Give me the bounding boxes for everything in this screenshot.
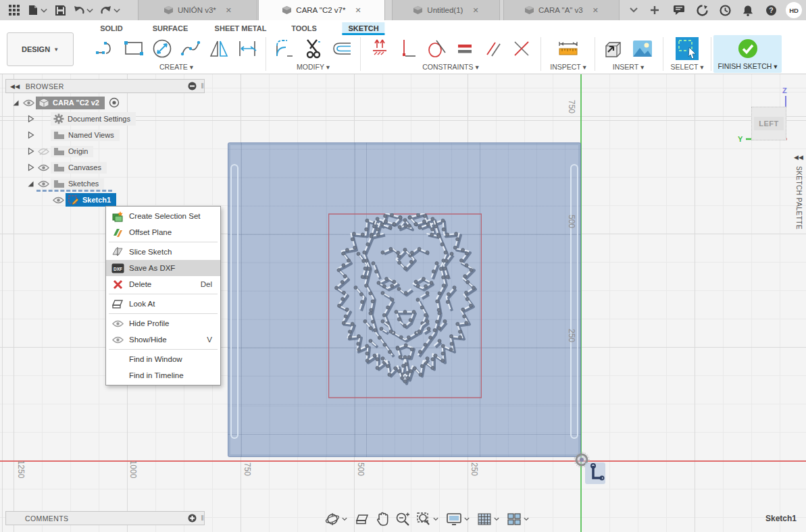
browser-row-pill[interactable]: Origin [51,146,93,157]
file-new-icon[interactable] [24,1,42,19]
help-icon[interactable]: ? [762,1,780,19]
ribbon-group-label[interactable]: CREATE ▾ [89,63,264,71]
offset-tool-icon[interactable] [330,36,354,61]
nav-viewports-icon[interactable] [505,511,532,527]
notifications-icon[interactable] [739,1,757,19]
plus-icon[interactable] [646,1,663,19]
tri-collapsed-icon[interactable] [28,163,34,171]
tri-collapsed-icon[interactable] [28,115,34,123]
document-tab[interactable]: Untitled(1)✕ [392,0,500,20]
browser-row-named-views[interactable]: Named Views [5,127,208,143]
save-icon[interactable] [51,1,69,19]
nav-pan-icon[interactable] [374,510,391,528]
rectangle-tool-icon[interactable] [122,36,146,61]
fillet-tool-icon[interactable] [273,36,297,61]
nav-display-settings-icon[interactable] [444,511,473,527]
history-icon[interactable] [716,1,734,19]
avatar[interactable]: HD [786,2,802,18]
redo-icon[interactable] [97,1,115,19]
close-icon[interactable]: ✕ [593,6,599,15]
close-icon[interactable]: ✕ [472,6,478,15]
collapse-left-icon[interactable]: ◀◀ [10,83,20,90]
browser-row-pill[interactable]: CARA "C2 v2 [36,97,105,109]
viewport-canvas[interactable]: 12501000750500250750500250 Z Y LEFT ◀◀ S… [0,74,806,532]
browser-row-cara-c2-v2[interactable]: CARA "C2 v2 [5,95,208,111]
parallel-constraint-icon[interactable] [481,36,505,61]
circle-minus-icon[interactable] [188,82,197,90]
menu-item-create-selection-set[interactable]: Create Selection Set [106,208,220,224]
menu-item-show-hide[interactable]: Show/HideV [106,331,220,348]
menu-item-delete[interactable]: DeleteDel [106,276,220,292]
eye-off-icon[interactable] [38,148,49,155]
tri-expanded-icon[interactable] [12,99,20,107]
nav-fit-icon[interactable] [414,510,442,528]
ribbon-tab-tools[interactable]: TOOLS [285,22,323,34]
browser-row-pill[interactable]: Sketches [51,178,104,190]
browser-row-pill[interactable]: Sketch1 [66,193,116,207]
eye-icon[interactable] [23,99,34,107]
close-icon[interactable]: ✕ [226,6,232,15]
document-tab[interactable]: CARA "A" v3✕ [503,0,620,20]
tri-collapsed-icon[interactable] [28,147,34,155]
comment-icon[interactable] [670,1,688,19]
finish-sketch-button[interactable]: FINISH SKETCH ▾ [713,35,782,73]
eye-icon[interactable] [53,196,64,204]
nav-look-at-nav-icon[interactable] [353,512,372,527]
close-icon[interactable]: ✕ [355,6,361,15]
ribbon-group-label[interactable]: CONSTRAINTS ▾ [363,63,538,71]
panel-grip[interactable]: ‖ [201,82,204,90]
menu-item-look-at[interactable]: Look At [106,296,220,312]
mirror-tool-icon[interactable] [207,36,231,61]
ribbon-tab-surface[interactable]: SURFACE [147,22,195,34]
panel-grip[interactable]: ‖ [201,514,204,522]
menu-item-find-in-window[interactable]: Find in Window [106,351,220,367]
ribbon-group-label[interactable]: SELECT ▾ [668,63,707,71]
coincident-constraint-icon[interactable] [368,36,392,61]
trim-tool-icon[interactable] [301,36,326,61]
workspace-selector[interactable]: DESIGN ▼ [7,32,74,66]
browser-row-document-settings[interactable]: Document Settings [5,111,208,127]
browser-panel-header[interactable]: ◀◀ BROWSER ‖ [5,79,205,93]
horizontal-vertical-constraint-icon[interactable] [396,36,420,61]
job-status-icon[interactable] [693,1,711,19]
comments-bar[interactable]: COMMENTS ‖ [5,511,205,525]
sketch-palette-tab[interactable]: ◀◀ SKETCH PALETTE [792,154,805,230]
browser-row-pill[interactable]: Canvases [51,162,107,174]
view-cube[interactable]: Z Y LEFT [736,81,797,149]
browser-row-origin[interactable]: Origin [5,143,208,159]
eye-icon[interactable] [38,180,49,188]
circle-plus-icon[interactable] [188,514,197,523]
chevron-down-icon[interactable] [625,1,643,19]
document-tab[interactable]: UNIÓN v3*✕ [138,0,257,20]
ribbon-group-label[interactable]: INSPECT ▾ [546,63,590,71]
tri-collapsed-icon[interactable] [28,131,34,139]
tri-expanded-icon[interactable] [27,180,34,188]
arc-tool-icon[interactable] [93,36,118,61]
ribbon-tab-solid[interactable]: SOLID [94,22,129,34]
menu-item-save-as-dxf[interactable]: DXFSave As DXF [106,260,220,276]
ribbon-tab-sheet-metal[interactable]: SHEET METAL [209,22,273,34]
spline-tool-icon[interactable] [178,36,203,61]
insert-mesh-icon[interactable] [602,36,626,61]
chevron-down-icon[interactable] [114,7,120,14]
measure-icon[interactable] [556,36,580,61]
document-tab[interactable]: CARA "C2 v7*✕ [258,0,385,20]
tangent-constraint-icon[interactable] [424,36,449,61]
eye-icon[interactable] [38,164,49,171]
menu-item-slice-sketch[interactable]: Slice Sketch [106,244,220,260]
nav-orbit-icon[interactable] [323,510,351,528]
undo-icon[interactable] [70,1,88,19]
browser-row-pill[interactable]: Document Settings [51,112,136,126]
chevron-down-icon[interactable] [41,7,47,14]
ribbon-group-label[interactable]: INSERT ▾ [597,63,659,71]
app-grid-icon[interactable] [5,1,23,19]
ribbon-tab-sketch[interactable]: SKETCH [342,22,384,35]
browser-row-sketches[interactable]: Sketches [5,176,208,192]
menu-item-offset-plane[interactable]: Offset Plane [106,224,220,240]
insert-image-icon[interactable] [630,36,655,61]
view-cube-face[interactable]: LEFT [751,107,786,140]
dimension-tool-icon[interactable] [235,36,259,61]
select-window-icon[interactable] [675,36,699,61]
menu-item-hide-profile[interactable]: Hide Profile [106,315,220,331]
ribbon-group-label[interactable]: MODIFY ▾ [268,63,358,71]
